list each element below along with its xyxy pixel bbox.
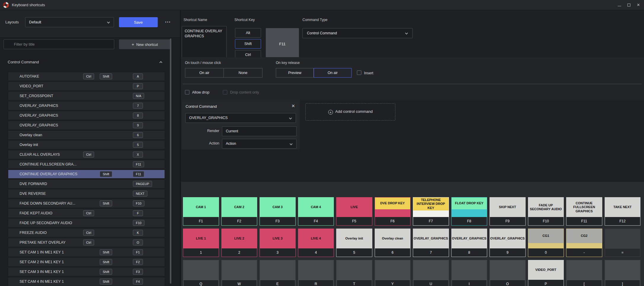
key-command-label: CAM 3 (260, 197, 295, 217)
shortcut-row[interactable]: OVERLAY_GRAPHICS7 (8, 102, 165, 110)
shortcut-row[interactable]: FADE UP SECONDARY AUDIOF10 (8, 219, 165, 227)
keyboard-key-O[interactable]: O (490, 260, 526, 286)
action-dropdown[interactable]: Action (222, 139, 297, 149)
shortcut-row[interactable]: FADE KEPT AUDIOCtrlF (8, 209, 165, 217)
new-shortcut-button[interactable]: +New shortcut (119, 39, 170, 49)
chevron-up-icon[interactable] (160, 61, 162, 64)
keyboard-key-F4[interactable]: CAM 4F4 (298, 197, 334, 226)
modifier-badge: Ctrl (83, 210, 94, 216)
layout-dropdown[interactable]: Default (25, 17, 114, 27)
modifier-alt-button[interactable]: Alt (235, 28, 261, 38)
key-cap-label: 0 (528, 248, 564, 257)
shortcut-row[interactable]: FREEZE AUDIOCtrlK (8, 229, 165, 237)
shortcut-row[interactable]: AUTOTAKECtrlShiftA (8, 72, 165, 81)
shortcut-row[interactable]: OVERLAY_GRAPHICS9 (8, 121, 165, 129)
release-on-air-button[interactable]: On air (314, 68, 352, 78)
key-cap-label: U (413, 280, 449, 286)
shortcut-name-label: Shortcut Name (183, 18, 207, 22)
keyboard-key-F11[interactable]: CONTINUE FULLSCREEN GRAPHICSF11 (566, 197, 602, 226)
keyboard-key-U[interactable]: U (413, 260, 449, 286)
key-command-label: OVERLAY_GRAPHICS (490, 229, 525, 248)
render-field[interactable]: Current (222, 126, 297, 136)
keyboard-key-F3[interactable]: CAM 3F3 (260, 197, 296, 226)
keyboard-key-F8[interactable]: FLOAT DROP KEYF8 (451, 197, 487, 226)
shortcut-row[interactable]: SET CAM 4 IN ME1 KEY 1ShiftF4 (8, 277, 165, 286)
keyboard-key-P[interactable]: VIDEO_PORTP (528, 260, 564, 286)
close-icon[interactable]: ✕ (291, 103, 295, 109)
shortcut-row[interactable]: FADE DOWN SECONDARY AU...ShiftF10 (8, 199, 165, 208)
keyboard-key-Q[interactable]: Q (183, 260, 219, 286)
shortcut-row[interactable]: Overlay init5 (8, 141, 165, 149)
keyboard-key-F9[interactable]: SKIP NEXTF9 (490, 197, 526, 226)
on-touch-segment: On air None (185, 68, 263, 78)
keyboard-key-8[interactable]: OVERLAY_GRAPHICS8 (451, 229, 487, 257)
shortcut-row[interactable]: DVE REVERSENEXT (8, 189, 165, 198)
command-dropdown[interactable]: OVERLAY_GRAPHICS (185, 113, 296, 123)
keyboard-key-[[interactable]: [ (566, 260, 602, 286)
keyboard-key-4[interactable]: LIVE 44 (298, 229, 334, 257)
keyboard-key-Y[interactable]: Y (375, 260, 411, 286)
keyboard-key-7[interactable]: OVERLAY_GRAPHICS7 (413, 229, 449, 257)
shortcut-row[interactable]: SET CAM 3 IN ME1 KEY 1ShiftF3 (8, 268, 165, 276)
shortcut-row[interactable]: PRETAKE NEXT OVERLAYCtrlO (8, 238, 165, 247)
shortcut-row[interactable]: CONTINUE OVERLAY GRAPHICSShiftF11 (8, 170, 165, 178)
keyboard-key-I[interactable]: I (451, 260, 487, 286)
modifier-badge: Shift (100, 171, 112, 177)
keyboard-key-F1[interactable]: CAM 1F1 (183, 197, 219, 226)
keyboard-key-2[interactable]: LIVE 22 (221, 229, 257, 257)
more-options-button[interactable]: ••• (162, 17, 174, 27)
keyboard-key-F12[interactable]: TAKE NEXTF12 (605, 197, 641, 226)
insert-checkbox[interactable] (357, 70, 361, 75)
command-type-dropdown[interactable]: Control Command (302, 28, 413, 38)
list-scrollbar[interactable] (170, 38, 171, 284)
shortcut-row[interactable]: OVERLAY_GRAPHICS8 (8, 111, 165, 120)
allow-drop-checkbox[interactable] (185, 90, 189, 94)
keyboard-key-F7[interactable]: TELEPHONE INTERVIEW DROP KEYF7 (413, 197, 449, 226)
shortcut-row[interactable]: Overlay clean6 (8, 131, 165, 139)
modifier-badge: Shift (100, 259, 112, 265)
close-icon[interactable]: ✕ (636, 3, 640, 7)
on-touch-on-air-button[interactable]: On air (185, 68, 224, 78)
save-button[interactable]: Save (119, 17, 158, 27)
keyboard-key-F2[interactable]: CAM 2F2 (221, 197, 257, 226)
keyboard-key-F5[interactable]: LIVEF5 (336, 197, 372, 226)
key-cap-label: - (566, 248, 602, 257)
keyboard-key-T[interactable]: T (336, 260, 372, 286)
modifier-shift-button[interactable]: Shift (235, 39, 261, 49)
filter-input[interactable] (4, 39, 114, 49)
shortcut-row[interactable]: CLEAR ALL OVERLAYSCtrlX (8, 150, 165, 159)
shortcut-row[interactable]: SET CAM 2 IN ME1 KEY 1ShiftF2 (8, 258, 165, 266)
keyboard-key-=[interactable]: = (605, 229, 641, 257)
keyboard-key-F10[interactable]: FADE UP SECONDARY AUDIOF10 (528, 197, 564, 226)
key-command-label (183, 260, 219, 280)
keyboard-key-9[interactable]: OVERLAY_GRAPHICS9 (490, 229, 526, 257)
keyboard-key-0[interactable]: CG10 (528, 229, 564, 257)
shortcut-row[interactable]: SET_CROSSPOINTN/A (8, 92, 165, 100)
keyboard-key-F6[interactable]: DVE DROP KEYF6 (375, 197, 411, 226)
keyboard-key-5[interactable]: Overlay init5 (336, 229, 372, 257)
keyboard-key-3[interactable]: LIVE 33 (260, 229, 296, 257)
keyboard-key-][interactable]: ] (605, 260, 641, 286)
shortcut-row[interactable]: SET CAM 1 IN ME1 KEY 1ShiftF1 (8, 248, 165, 256)
minimize-icon[interactable] (617, 3, 622, 7)
key-command-label: Overlay clean (375, 229, 410, 248)
key-cap-label: 6 (375, 248, 410, 257)
shortcut-row[interactable]: VIDEO_PORTP (8, 82, 165, 90)
drop-content-only-checkbox[interactable] (223, 90, 227, 94)
keyboard-key-W[interactable]: W (221, 260, 257, 286)
keyboard-key--[interactable]: CG2- (566, 229, 602, 257)
keyboard-key-1[interactable]: LIVE 11 (183, 229, 219, 257)
keyboard-key-E[interactable]: E (260, 260, 296, 286)
modifier-badge: Shift (100, 249, 112, 255)
keyboard-key-R[interactable]: R (298, 260, 334, 286)
shortcut-row[interactable]: DVE FORWARDPAGEUP (8, 180, 165, 188)
keyboard-key-6[interactable]: Overlay clean6 (375, 229, 411, 257)
on-touch-none-button[interactable]: None (224, 68, 263, 78)
modifier-badge: Ctrl (83, 240, 94, 245)
add-control-command-button[interactable]: +Add control command (305, 103, 395, 120)
maximize-icon[interactable] (627, 3, 631, 7)
shortcut-row[interactable]: CONTINUE FULLSCREEN GRA...F11 (8, 160, 165, 168)
key-command-label (260, 260, 295, 280)
shortcut-row-label: SET CAM 2 IN ME1 KEY 1 (20, 258, 64, 266)
release-preview-button[interactable]: Preview (276, 68, 314, 78)
